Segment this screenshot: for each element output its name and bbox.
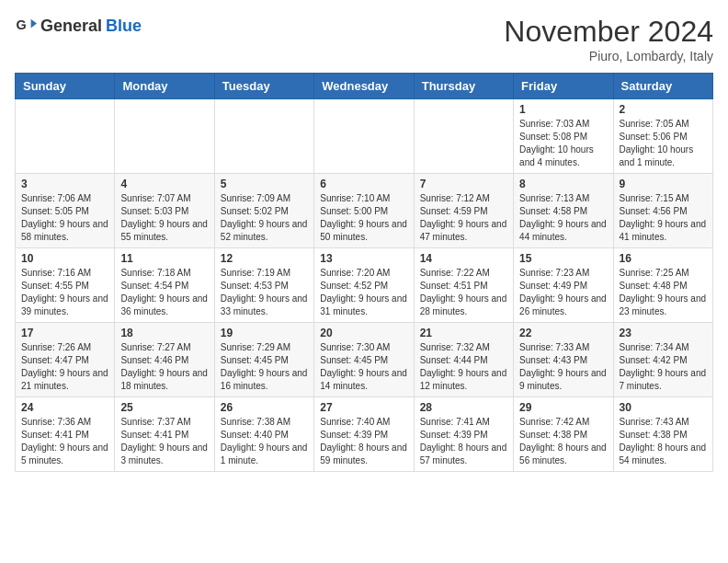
day-info: Sunrise: 7:03 AM Sunset: 5:08 PM Dayligh… <box>519 118 607 169</box>
day-info: Sunrise: 7:06 AM Sunset: 5:05 PM Dayligh… <box>21 192 108 244</box>
day-number: 14 <box>420 252 507 265</box>
day-number: 8 <box>519 178 607 190</box>
day-info: Sunrise: 7:22 AM Sunset: 4:51 PM Dayligh… <box>420 267 507 318</box>
day-number: 29 <box>519 401 607 414</box>
day-number: 9 <box>620 178 707 190</box>
calendar-cell <box>314 99 414 174</box>
title-block: November 2024 Piuro, Lombardy, Italy <box>504 15 713 63</box>
calendar-cell: 13Sunrise: 7:20 AM Sunset: 4:52 PM Dayli… <box>314 248 414 323</box>
day-number: 15 <box>519 252 607 265</box>
day-info: Sunrise: 7:36 AM Sunset: 4:41 PM Dayligh… <box>21 416 108 467</box>
calendar-cell: 8Sunrise: 7:13 AM Sunset: 4:58 PM Daylig… <box>514 174 613 248</box>
day-info: Sunrise: 7:19 AM Sunset: 4:53 PM Dayligh… <box>221 267 308 318</box>
day-number: 19 <box>221 327 308 339</box>
calendar-cell: 29Sunrise: 7:42 AM Sunset: 4:38 PM Dayli… <box>514 397 613 472</box>
calendar-cell: 19Sunrise: 7:29 AM Sunset: 4:45 PM Dayli… <box>214 323 313 397</box>
calendar-week-row: 1Sunrise: 7:03 AM Sunset: 5:08 PM Daylig… <box>16 99 713 174</box>
day-info: Sunrise: 7:25 AM Sunset: 4:48 PM Dayligh… <box>620 267 707 318</box>
day-number: 27 <box>320 401 407 414</box>
day-number: 13 <box>320 252 407 265</box>
day-info: Sunrise: 7:16 AM Sunset: 4:55 PM Dayligh… <box>21 267 108 318</box>
calendar-cell: 20Sunrise: 7:30 AM Sunset: 4:45 PM Dayli… <box>314 323 414 397</box>
day-number: 24 <box>21 401 108 414</box>
logo: G General Blue <box>15 15 142 37</box>
day-info: Sunrise: 7:18 AM Sunset: 4:54 PM Dayligh… <box>120 267 208 318</box>
day-info: Sunrise: 7:05 AM Sunset: 5:06 PM Dayligh… <box>620 118 707 169</box>
day-info: Sunrise: 7:32 AM Sunset: 4:44 PM Dayligh… <box>420 341 507 393</box>
day-info: Sunrise: 7:27 AM Sunset: 4:46 PM Dayligh… <box>120 341 208 393</box>
logo-blue: Blue <box>106 17 142 36</box>
calendar-cell: 17Sunrise: 7:26 AM Sunset: 4:47 PM Dayli… <box>16 323 115 397</box>
day-info: Sunrise: 7:41 AM Sunset: 4:39 PM Dayligh… <box>420 416 507 467</box>
day-number: 5 <box>221 178 308 190</box>
day-info: Sunrise: 7:07 AM Sunset: 5:03 PM Dayligh… <box>120 192 208 244</box>
day-info: Sunrise: 7:33 AM Sunset: 4:43 PM Dayligh… <box>519 341 607 393</box>
svg-text:G: G <box>17 17 27 32</box>
calendar-week-row: 24Sunrise: 7:36 AM Sunset: 4:41 PM Dayli… <box>16 397 713 472</box>
day-info: Sunrise: 7:20 AM Sunset: 4:52 PM Dayligh… <box>320 267 407 318</box>
day-number: 12 <box>221 252 308 265</box>
calendar-cell: 15Sunrise: 7:23 AM Sunset: 4:49 PM Dayli… <box>514 248 613 323</box>
day-number: 23 <box>620 327 707 339</box>
day-number: 22 <box>519 327 607 339</box>
day-info: Sunrise: 7:12 AM Sunset: 4:59 PM Dayligh… <box>420 192 507 244</box>
day-number: 16 <box>620 252 707 265</box>
day-number: 4 <box>120 178 208 190</box>
day-number: 20 <box>320 327 407 339</box>
calendar-cell: 3Sunrise: 7:06 AM Sunset: 5:05 PM Daylig… <box>16 174 115 248</box>
calendar-cell: 25Sunrise: 7:37 AM Sunset: 4:41 PM Dayli… <box>115 397 214 472</box>
day-info: Sunrise: 7:15 AM Sunset: 4:56 PM Dayligh… <box>620 192 707 244</box>
weekday-header: Saturday <box>613 74 712 99</box>
svg-marker-1 <box>31 19 37 29</box>
calendar-cell: 12Sunrise: 7:19 AM Sunset: 4:53 PM Dayli… <box>214 248 313 323</box>
day-number: 2 <box>620 103 707 116</box>
calendar-cell: 11Sunrise: 7:18 AM Sunset: 4:54 PM Dayli… <box>115 248 214 323</box>
day-info: Sunrise: 7:10 AM Sunset: 5:00 PM Dayligh… <box>320 192 407 244</box>
day-number: 11 <box>120 252 208 265</box>
day-number: 17 <box>21 327 108 339</box>
logo-icon: G <box>15 15 37 37</box>
calendar-cell: 6Sunrise: 7:10 AM Sunset: 5:00 PM Daylig… <box>314 174 414 248</box>
day-info: Sunrise: 7:38 AM Sunset: 4:40 PM Dayligh… <box>221 416 308 467</box>
day-number: 1 <box>519 103 607 116</box>
calendar-cell <box>16 99 115 174</box>
calendar-cell: 22Sunrise: 7:33 AM Sunset: 4:43 PM Dayli… <box>514 323 613 397</box>
weekday-header: Friday <box>514 74 613 99</box>
calendar-cell: 4Sunrise: 7:07 AM Sunset: 5:03 PM Daylig… <box>115 174 214 248</box>
calendar-cell: 18Sunrise: 7:27 AM Sunset: 4:46 PM Dayli… <box>115 323 214 397</box>
day-number: 3 <box>21 178 108 190</box>
calendar-cell <box>414 99 513 174</box>
day-info: Sunrise: 7:43 AM Sunset: 4:38 PM Dayligh… <box>620 416 707 467</box>
calendar-cell: 16Sunrise: 7:25 AM Sunset: 4:48 PM Dayli… <box>613 248 712 323</box>
day-number: 25 <box>120 401 208 414</box>
day-number: 26 <box>221 401 308 414</box>
month-title: November 2024 <box>504 15 713 49</box>
weekday-header: Tuesday <box>214 74 313 99</box>
calendar-cell: 7Sunrise: 7:12 AM Sunset: 4:59 PM Daylig… <box>414 174 513 248</box>
calendar-cell: 14Sunrise: 7:22 AM Sunset: 4:51 PM Dayli… <box>414 248 513 323</box>
location: Piuro, Lombardy, Italy <box>504 49 713 63</box>
calendar-cell: 10Sunrise: 7:16 AM Sunset: 4:55 PM Dayli… <box>16 248 115 323</box>
day-number: 6 <box>320 178 407 190</box>
calendar-cell: 2Sunrise: 7:05 AM Sunset: 5:06 PM Daylig… <box>613 99 712 174</box>
calendar-cell: 28Sunrise: 7:41 AM Sunset: 4:39 PM Dayli… <box>414 397 513 472</box>
calendar-cell: 24Sunrise: 7:36 AM Sunset: 4:41 PM Dayli… <box>16 397 115 472</box>
calendar-cell: 30Sunrise: 7:43 AM Sunset: 4:38 PM Dayli… <box>613 397 712 472</box>
day-info: Sunrise: 7:40 AM Sunset: 4:39 PM Dayligh… <box>320 416 407 467</box>
day-number: 10 <box>21 252 108 265</box>
day-number: 28 <box>420 401 507 414</box>
calendar-week-row: 3Sunrise: 7:06 AM Sunset: 5:05 PM Daylig… <box>16 174 713 248</box>
day-info: Sunrise: 7:29 AM Sunset: 4:45 PM Dayligh… <box>221 341 308 393</box>
weekday-header-row: SundayMondayTuesdayWednesdayThursdayFrid… <box>16 74 713 99</box>
weekday-header: Sunday <box>16 74 115 99</box>
calendar-cell: 27Sunrise: 7:40 AM Sunset: 4:39 PM Dayli… <box>314 397 414 472</box>
day-number: 21 <box>420 327 507 339</box>
weekday-header: Thursday <box>414 74 513 99</box>
day-info: Sunrise: 7:26 AM Sunset: 4:47 PM Dayligh… <box>21 341 108 393</box>
day-info: Sunrise: 7:13 AM Sunset: 4:58 PM Dayligh… <box>519 192 607 244</box>
calendar-cell <box>214 99 313 174</box>
page-header: G General Blue November 2024 Piuro, Lomb… <box>15 15 713 63</box>
day-info: Sunrise: 7:30 AM Sunset: 4:45 PM Dayligh… <box>320 341 407 393</box>
calendar-cell: 21Sunrise: 7:32 AM Sunset: 4:44 PM Dayli… <box>414 323 513 397</box>
calendar-cell: 26Sunrise: 7:38 AM Sunset: 4:40 PM Dayli… <box>214 397 313 472</box>
